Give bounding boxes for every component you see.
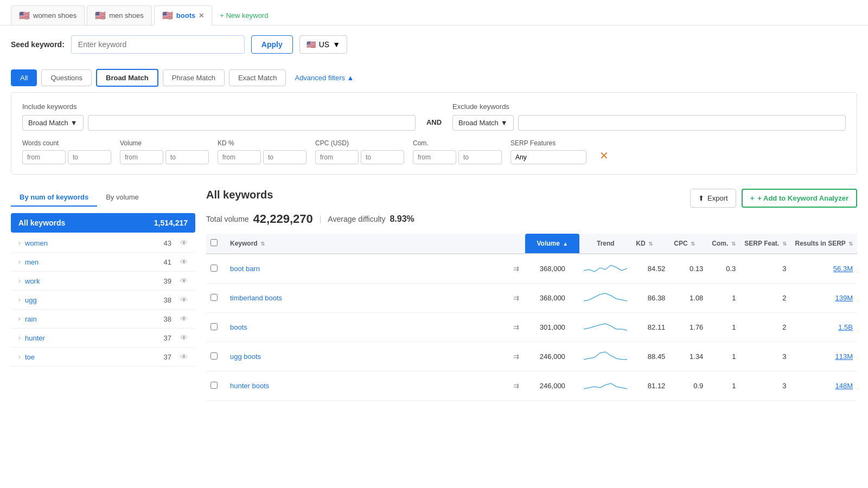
serp-features-icon[interactable]: ⇉ bbox=[513, 382, 519, 390]
volume-to[interactable] bbox=[165, 150, 209, 164]
clear-filters-button[interactable]: ✕ bbox=[599, 149, 609, 164]
th-cpc[interactable]: CPC ⇅ bbox=[669, 234, 707, 254]
keyword-cell: boot barn bbox=[226, 254, 509, 284]
trend-cell bbox=[579, 313, 631, 342]
th-results-label: Results in SERP bbox=[795, 240, 846, 247]
advanced-filters-button[interactable]: Advanced filters ▲ bbox=[295, 74, 354, 82]
filter-questions[interactable]: Questions bbox=[41, 69, 92, 86]
serp-features-select[interactable]: Any bbox=[510, 150, 586, 164]
add-to-keyword-analyzer-button[interactable]: + + Add to Keyword Analyzer bbox=[742, 189, 857, 208]
kd-from[interactable] bbox=[218, 150, 261, 164]
sidebar-item-women[interactable]: › women 43 👁 bbox=[11, 234, 195, 253]
sidebar-item-rain[interactable]: › rain 38 👁 bbox=[11, 310, 195, 329]
sidebar-item-toe[interactable]: › toe 37 👁 bbox=[11, 348, 195, 367]
th-trend[interactable]: Trend bbox=[579, 234, 631, 254]
sidebar-tab-volume[interactable]: By volume bbox=[97, 189, 148, 207]
include-match-label: Broad Match bbox=[28, 119, 68, 127]
chevron-down-icon: ▼ bbox=[71, 119, 78, 127]
serp-features-icon[interactable]: ⇉ bbox=[513, 323, 519, 331]
kd-to[interactable] bbox=[263, 150, 307, 164]
tab-men-shoes[interactable]: 🇺🇸 men shoes bbox=[87, 5, 152, 25]
filter-all[interactable]: All bbox=[11, 69, 37, 86]
keyword-link[interactable]: boots bbox=[230, 323, 247, 331]
results-link[interactable]: 56.3M bbox=[833, 265, 853, 273]
serp-feat-cell: 2 bbox=[740, 284, 790, 313]
results-link[interactable]: 113M bbox=[835, 352, 853, 361]
sidebar-item-ugg-count: 38 bbox=[164, 296, 171, 304]
close-tab-icon[interactable]: ✕ bbox=[199, 12, 204, 20]
chevron-down-icon: ▼ bbox=[333, 40, 340, 49]
th-serp-feat[interactable]: SERP Feat. ⇅ bbox=[740, 234, 790, 254]
eye-icon[interactable]: 👁 bbox=[180, 258, 188, 266]
com-filter: Com. bbox=[413, 139, 502, 164]
com-from[interactable] bbox=[413, 150, 456, 164]
sidebar-item-rain-label: rain bbox=[25, 315, 37, 323]
serp-icon-cell: ⇉ bbox=[509, 284, 525, 313]
tab-boots[interactable]: 🇺🇸 boots ✕ bbox=[154, 5, 212, 25]
th-volume[interactable]: Volume ▲ bbox=[525, 234, 579, 254]
table-row: boots ⇉ 301,000 82.11 1.76 1 2 1.5B bbox=[206, 313, 857, 342]
volume-from[interactable] bbox=[120, 150, 163, 164]
trend-sparkline bbox=[584, 289, 627, 305]
results-cell: 1.5B bbox=[791, 313, 857, 342]
include-keywords-input[interactable] bbox=[88, 115, 416, 131]
eye-icon[interactable]: 👁 bbox=[180, 239, 188, 247]
th-keyword[interactable]: Keyword ⇅ bbox=[226, 234, 509, 254]
row-checkbox[interactable] bbox=[210, 382, 218, 389]
eye-icon[interactable]: 👁 bbox=[180, 296, 188, 304]
results-link[interactable]: 1.5B bbox=[838, 323, 853, 331]
th-kd-label: KD bbox=[636, 240, 645, 247]
results-link[interactable]: 139M bbox=[835, 294, 853, 302]
us-flag-icon: 🇺🇸 bbox=[162, 10, 173, 21]
new-keyword-button[interactable]: + New keyword bbox=[214, 8, 273, 23]
serp-features-icon[interactable]: ⇉ bbox=[513, 265, 519, 273]
sidebar-item-ugg[interactable]: › ugg 38 👁 bbox=[11, 291, 195, 310]
sidebar-item-ugg-label: ugg bbox=[25, 296, 37, 304]
apply-button[interactable]: Apply bbox=[251, 35, 293, 54]
th-results[interactable]: Results in SERP ⇅ bbox=[791, 234, 857, 254]
chevron-right-icon: › bbox=[18, 239, 21, 247]
export-button[interactable]: ⬆ Export bbox=[690, 189, 736, 208]
results-link[interactable]: 148M bbox=[835, 382, 853, 390]
eye-icon[interactable]: 👁 bbox=[180, 314, 188, 323]
include-match-dropdown[interactable]: Broad Match ▼ bbox=[22, 115, 84, 131]
serp-features-icon[interactable]: ⇉ bbox=[513, 294, 519, 302]
row-checkbox[interactable] bbox=[210, 294, 218, 301]
com-to[interactable] bbox=[458, 150, 502, 164]
select-all-checkbox[interactable] bbox=[210, 239, 218, 246]
filter-phrase-match[interactable]: Phrase Match bbox=[163, 69, 225, 86]
row-checkbox[interactable] bbox=[210, 323, 218, 330]
words-count-to[interactable] bbox=[68, 150, 111, 164]
tab-women-shoes-label: women shoes bbox=[33, 11, 76, 20]
sidebar-tab-num-keywords[interactable]: By num of keywords bbox=[11, 189, 97, 207]
keyword-link[interactable]: hunter boots bbox=[230, 382, 269, 390]
keyword-link[interactable]: timberland boots bbox=[230, 294, 282, 302]
row-checkbox[interactable] bbox=[210, 265, 218, 272]
exclude-keywords-input[interactable] bbox=[518, 115, 846, 131]
th-kd[interactable]: KD ⇅ bbox=[631, 234, 669, 254]
tab-women-shoes[interactable]: 🇺🇸 women shoes bbox=[11, 5, 85, 25]
eye-icon[interactable]: 👁 bbox=[180, 333, 188, 342]
serp-features-icon[interactable]: ⇉ bbox=[513, 352, 519, 361]
filter-exact-match[interactable]: Exact Match bbox=[229, 69, 286, 86]
sidebar-item-work[interactable]: › work 39 👁 bbox=[11, 272, 195, 291]
keyword-link[interactable]: ugg boots bbox=[230, 352, 261, 361]
cpc-from[interactable] bbox=[315, 150, 359, 164]
th-com[interactable]: Com. ⇅ bbox=[707, 234, 740, 254]
sidebar-item-men[interactable]: › men 41 👁 bbox=[11, 253, 195, 272]
keyword-link[interactable]: boot barn bbox=[230, 265, 260, 273]
sidebar-item-hunter[interactable]: › hunter 37 👁 bbox=[11, 329, 195, 348]
row-checkbox[interactable] bbox=[210, 352, 218, 359]
eye-icon[interactable]: 👁 bbox=[180, 352, 188, 361]
eye-icon[interactable]: 👁 bbox=[180, 277, 188, 285]
exclude-match-dropdown[interactable]: Broad Match ▼ bbox=[452, 115, 514, 131]
words-count-from[interactable] bbox=[22, 150, 66, 164]
cpc-to[interactable] bbox=[361, 150, 404, 164]
filter-broad-match[interactable]: Broad Match bbox=[96, 69, 158, 87]
all-keywords-label: All keywords bbox=[18, 219, 65, 227]
country-selector[interactable]: 🇺🇸 US ▼ bbox=[299, 35, 347, 54]
seed-keyword-input[interactable] bbox=[71, 35, 245, 54]
sidebar-all-keywords[interactable]: All keywords 1,514,217 bbox=[11, 213, 195, 233]
all-keywords-title: All keywords bbox=[206, 189, 273, 201]
plus-icon: + bbox=[750, 194, 755, 202]
